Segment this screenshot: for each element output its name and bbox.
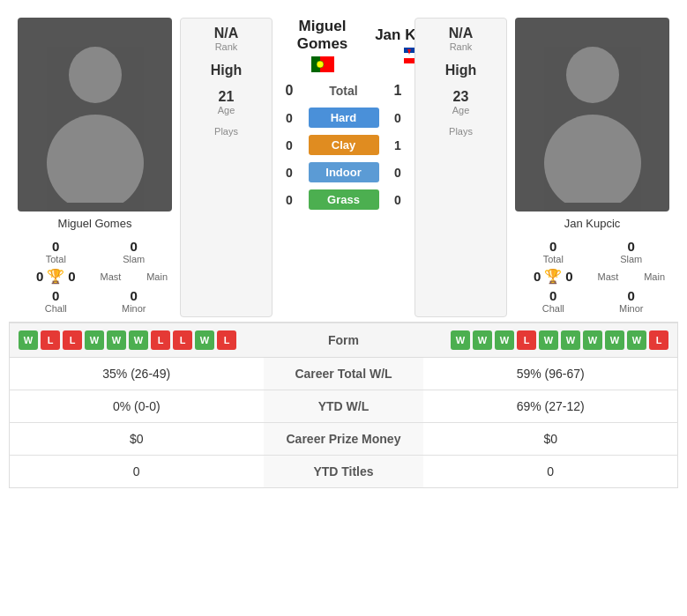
grass-row: 0 Grass 0 (276, 186, 411, 213)
form-badge-p2: W (473, 330, 492, 350)
stats-right-1: 69% (27-12) (423, 390, 677, 423)
indoor-score-left: 0 (276, 166, 302, 180)
player2-rank: N/A Rank (449, 26, 474, 52)
svg-point-9 (566, 47, 619, 103)
stats-right-2: $0 (423, 423, 677, 456)
player1-name: Miguel Gomes (58, 217, 132, 230)
form-badge-p2: W (605, 330, 624, 350)
grass-score-right: 0 (385, 193, 411, 207)
form-badge-p1: L (173, 330, 192, 350)
form-badge-p2: W (495, 330, 514, 350)
form-badge-p2: W (583, 330, 602, 350)
form-badge-p2: L (649, 330, 668, 350)
player1-mast: 0 🏆 0 (20, 268, 92, 285)
hard-row: 0 Hard 0 (276, 104, 411, 131)
indoor-row: 0 Indoor 0 (276, 159, 411, 186)
stats-row: 35% (26-49) Career Total W/L 59% (96-67) (10, 358, 678, 390)
stats-row: 0 YTD Titles 0 (10, 456, 678, 488)
hard-score-right: 0 (385, 111, 411, 125)
form-badge-p1: W (85, 330, 104, 350)
player1-photo (18, 18, 172, 212)
player2-age: 23 Age (452, 89, 470, 115)
player2-mast: 0 🏆 0 (518, 268, 589, 285)
player1-form: WLLWWWLLWL (19, 330, 273, 350)
hard-badge: Hard (309, 108, 379, 128)
trophy2-icon: 🏆 (544, 268, 562, 285)
clay-score-left: 0 (276, 138, 302, 152)
stats-center-1: YTD W/L (264, 390, 424, 423)
player2-chall: 0 Chall (518, 288, 589, 314)
form-badge-p2: W (627, 330, 646, 350)
player2-mast-label: Mast Main (596, 268, 668, 285)
player2-minor: 0 Minor (596, 288, 668, 314)
player1-minor: 0 Minor (99, 288, 170, 314)
form-badge-p2: L (517, 330, 536, 350)
form-badge-p1: W (19, 330, 38, 350)
indoor-badge: Indoor (309, 162, 379, 182)
player1-slam: 0 Slam (99, 239, 170, 264)
indoor-score-right: 0 (385, 166, 411, 180)
player1-rank: N/A Rank (214, 26, 239, 52)
grass-score-left: 0 (276, 193, 302, 207)
form-badge-p1: W (129, 330, 148, 350)
stats-row: 0% (0-0) YTD W/L 69% (27-12) (10, 390, 678, 423)
total-label: Total (302, 84, 385, 98)
player2-high: High (445, 63, 477, 78)
stats-row: $0 Career Prize Money $0 (10, 423, 678, 456)
hard-score-left: 0 (276, 111, 302, 125)
player1-chall: 0 Chall (20, 288, 92, 314)
form-section: WLLWWWLLWL Form WWWLWWWWWL (10, 323, 677, 357)
player1-stats: 0 Total 0 Slam 0 🏆 0 Mast Main (13, 235, 176, 317)
form-badge-p1: L (41, 330, 60, 350)
player1-high: High (211, 63, 243, 78)
svg-point-10 (544, 115, 641, 203)
svg-point-0 (69, 47, 122, 103)
clay-badge: Clay (309, 135, 379, 155)
form-badge-p1: L (63, 330, 82, 350)
grass-badge: Grass (309, 189, 379, 210)
stats-left-3: 0 (10, 456, 264, 488)
stats-center-3: YTD Titles (264, 456, 424, 488)
flag-pt (311, 56, 334, 72)
form-badge-p1: W (195, 330, 214, 350)
total-row: 0 Total 1 (276, 78, 411, 104)
player1-name-top: Miguel Gomes (276, 18, 369, 53)
player2-card: Jan Kupcic 0 Total 0 Slam 0 🏆 0 M (511, 18, 674, 317)
stats-left-0: 35% (26-49) (10, 358, 264, 390)
player1-plays: Plays (214, 126, 238, 137)
form-badge-p2: W (561, 330, 580, 350)
stats-right-0: 59% (96-67) (423, 358, 677, 390)
stats-left-2: $0 (10, 423, 264, 456)
form-badge-p1: L (217, 330, 236, 350)
stats-left-1: 0% (0-0) (10, 390, 264, 423)
player2-total: 0 Total (518, 239, 589, 264)
stats-center-2: Career Prize Money (264, 423, 424, 456)
center-section: Miguel Gomes Jan Kupcic (276, 18, 411, 317)
form-badge-p2: W (539, 330, 558, 350)
form-label: Form (273, 333, 414, 347)
svg-point-4 (317, 61, 324, 68)
player2-slam: 0 Slam (596, 239, 668, 264)
player2-plays: Plays (449, 126, 473, 137)
svg-point-1 (47, 115, 144, 203)
stats-center-0: Career Total W/L (264, 358, 424, 390)
stats-table: 35% (26-49) Career Total W/L 59% (96-67)… (9, 357, 678, 488)
player1-age: 21 Age (218, 89, 235, 115)
player2-photo (515, 18, 669, 212)
total-score-right: 1 (385, 83, 411, 99)
player2-name: Jan Kupcic (564, 217, 621, 230)
total-score-left: 0 (276, 83, 302, 99)
player1-mast-label: Mast Main (99, 268, 170, 285)
stats-right-3: 0 (423, 456, 677, 488)
player1-stat-box: N/A Rank High 21 Age Plays (180, 18, 273, 317)
player1-total: 0 Total (20, 239, 92, 264)
form-badge-p2: W (451, 330, 470, 350)
trophy1-icon: 🏆 (47, 268, 64, 285)
player2-form: WWWLWWWWWL (414, 330, 669, 350)
form-badge-p1: L (151, 330, 170, 350)
clay-score-right: 1 (385, 138, 411, 152)
form-badge-p1: W (107, 330, 126, 350)
player1-card: Miguel Gomes 0 Total 0 Slam 0 🏆 0 (13, 18, 176, 317)
player2-stat-box: N/A Rank High 23 Age Plays (414, 18, 507, 317)
player2-stats: 0 Total 0 Slam 0 🏆 0 Mast Main (511, 235, 674, 317)
